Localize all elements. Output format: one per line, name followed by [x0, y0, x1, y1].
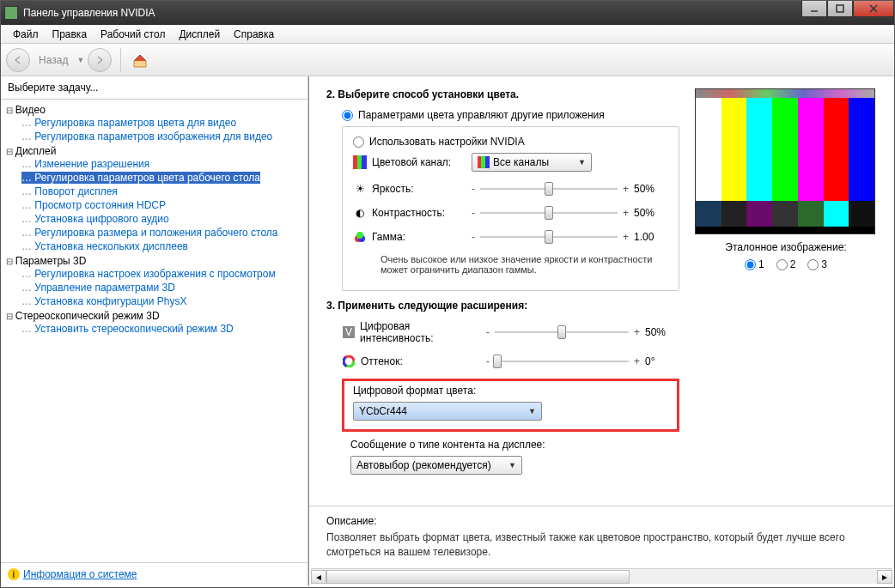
dvi-value: 50%: [645, 326, 679, 338]
back-dropdown-icon[interactable]: ▼: [76, 56, 84, 64]
home-button[interactable]: [130, 50, 150, 70]
preview-image: [695, 88, 875, 234]
menu-display[interactable]: Дисплей: [172, 26, 227, 43]
scroll-right-button[interactable]: ▸: [877, 570, 892, 584]
item-size-pos[interactable]: Регулировка размера и положения рабочего…: [21, 227, 278, 239]
color-format-dropdown[interactable]: YCbCr444 ▼: [353, 402, 542, 421]
item-stereo-setup[interactable]: Установить стереоскопический режим 3D: [21, 323, 234, 335]
info-icon: i: [8, 568, 20, 580]
svg-rect-9: [485, 156, 490, 168]
item-video-image[interactable]: Регулировка параметров изображения для в…: [21, 130, 272, 142]
item-physx[interactable]: Установка конфигурации PhysX: [21, 295, 187, 307]
chevron-down-icon: ▼: [528, 407, 536, 415]
svg-rect-1: [837, 5, 843, 12]
item-rotate[interactable]: Поворот дисплея: [21, 185, 118, 197]
svg-point-12: [356, 232, 363, 239]
contrast-value: 50%: [634, 207, 668, 219]
scroll-left-button[interactable]: ◂: [311, 570, 326, 584]
menu-desktop[interactable]: Рабочий стол: [94, 26, 172, 43]
brightness-label: Яркость:: [372, 183, 413, 195]
menu-help[interactable]: Справка: [227, 26, 281, 43]
preview-radio-1[interactable]: [745, 259, 756, 270]
gamma-value: 1.00: [634, 231, 668, 243]
section-2-heading: 2. Выберите способ установки цвета.: [326, 88, 679, 100]
contrast-icon: ◐: [353, 206, 367, 220]
gamma-label: Гамма:: [372, 231, 405, 243]
radio-nvidia-label: Использовать настройки NVIDIA: [369, 136, 525, 148]
content-type-dropdown[interactable]: Автовыбор (рекомендуется) ▼: [350, 456, 522, 475]
back-button[interactable]: [6, 48, 30, 72]
channel-icon: [353, 155, 367, 169]
channel-dropdown[interactable]: Все каналы ▼: [472, 153, 592, 172]
app-icon: [4, 6, 18, 20]
svg-rect-8: [481, 156, 485, 168]
dvi-icon: V: [342, 325, 355, 339]
menu-edit[interactable]: Правка: [46, 26, 94, 43]
hue-value: 0°: [645, 355, 679, 367]
brightness-icon: ☀: [353, 182, 367, 196]
item-multi-display[interactable]: Установка нескольких дисплеев: [21, 240, 188, 252]
horizontal-scrollbar[interactable]: ◂ ▸: [311, 568, 892, 584]
scroll-thumb[interactable]: [326, 570, 630, 584]
description-panel: Описание: Позволяет выбрать формат цвета…: [309, 506, 894, 568]
group-3d[interactable]: Параметры 3D: [6, 255, 86, 267]
color-format-highlight: Цифровой формат цвета: YCbCr444 ▼: [342, 379, 679, 432]
radio-other-apps[interactable]: [342, 110, 353, 121]
main-panel: 2. Выберите способ установки цвета. Пара…: [308, 76, 894, 585]
item-3d-preview[interactable]: Регулировка настроек изображения с просм…: [21, 268, 276, 280]
hue-label: Оттенок:: [361, 355, 403, 367]
gamma-icon: [353, 230, 367, 244]
brightness-slider[interactable]: [480, 188, 618, 190]
radio-other-apps-label: Параметрами цвета управляют другие прило…: [358, 109, 605, 121]
hue-icon: [342, 355, 356, 368]
sidebar: Выберите задачу... Видео Регулировка пар…: [1, 76, 308, 585]
close-button[interactable]: [853, 0, 894, 17]
menu-bar: Файл Правка Рабочий стол Дисплей Справка: [1, 25, 894, 44]
svg-rect-6: [362, 155, 367, 169]
maximize-button[interactable]: [827, 0, 853, 17]
menu-file[interactable]: Файл: [6, 26, 46, 43]
description-body: Позволяет выбрать формат цвета, известны…: [326, 530, 877, 560]
back-label: Назад: [33, 54, 73, 66]
content-type-label: Сообщение о типе контента на дисплее:: [350, 439, 679, 451]
contrast-slider[interactable]: [480, 212, 618, 214]
toolbar: Назад ▼: [1, 44, 894, 76]
svg-text:V: V: [345, 326, 352, 338]
color-format-label: Цифровой формат цвета:: [353, 385, 668, 397]
dvi-slider[interactable]: [495, 331, 629, 333]
item-desktop-color[interactable]: Регулировка параметров цвета рабочего ст…: [21, 172, 260, 184]
item-hdcp[interactable]: Просмотр состояния HDCP: [21, 199, 166, 211]
sidebar-header: Выберите задачу...: [1, 76, 307, 100]
content-type-value: Автовыбор (рекомендуется): [356, 459, 491, 471]
group-stereo[interactable]: Стереоскопический режим 3D: [6, 310, 160, 322]
channel-label: Цветовой канал:: [372, 156, 451, 168]
item-video-color[interactable]: Регулировка параметров цвета для видео: [21, 117, 236, 129]
dvi-label: Цифровая интенсивность:: [360, 320, 479, 344]
forward-button[interactable]: [88, 48, 112, 72]
radio-nvidia[interactable]: [353, 136, 364, 148]
item-audio[interactable]: Установка цифрового аудио: [21, 213, 169, 225]
item-3d-manage[interactable]: Управление параметрами 3D: [21, 282, 175, 294]
group-display[interactable]: Дисплей: [6, 145, 57, 157]
description-title: Описание:: [326, 515, 877, 527]
sidebar-footer: i Информация о системе: [1, 562, 307, 585]
channel-value-icon: [478, 156, 490, 168]
contrast-label: Контрастность:: [372, 207, 445, 219]
task-tree: Видео Регулировка параметров цвета для в…: [1, 100, 307, 562]
preview-radio-3[interactable]: [807, 259, 819, 270]
window-title: Панель управления NVIDIA: [23, 7, 891, 19]
preview-column: Эталонное изображение: 1 2 3: [695, 88, 877, 500]
system-info-link[interactable]: Информация о системе: [23, 568, 137, 580]
brightness-value: 50%: [634, 183, 668, 195]
minimize-button[interactable]: [801, 0, 827, 17]
hue-slider[interactable]: [495, 361, 629, 362]
chevron-down-icon: ▼: [578, 158, 586, 167]
gamma-slider[interactable]: [480, 236, 618, 238]
group-video[interactable]: Видео: [6, 104, 46, 116]
toolbar-separator: [120, 48, 121, 72]
nvidia-settings-panel: Использовать настройки NVIDIA Цветовой к…: [342, 126, 679, 291]
chevron-down-icon: ▼: [508, 461, 516, 470]
section-3-heading: 3. Применить следующие расширения:: [326, 300, 679, 312]
preview-radio-2[interactable]: [776, 259, 788, 270]
item-resolution[interactable]: Изменение разрешения: [21, 158, 149, 170]
